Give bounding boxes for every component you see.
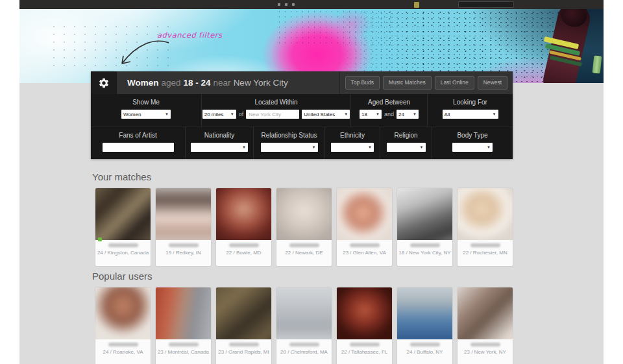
top-nav-bar [19,0,604,9]
profile-photo [216,188,271,240]
sort-newest-button[interactable]: Newest [478,76,507,90]
matches-heading: Your matches [92,171,151,182]
profile-card[interactable]: 24 / Kingston, Canada [95,188,151,266]
popular-heading: Popular users [92,271,153,282]
body-type-section: Body Type ▼ [432,127,513,159]
settings-button[interactable] [91,71,117,94]
aged-between-section: Aged Between 18 ▼ and 24 ▼ [350,94,427,127]
profile-photo [216,287,271,339]
profile-card[interactable]: 22 / Rochester, MN [458,188,513,266]
blurred-username [350,243,380,247]
religion-select[interactable]: ▼ [387,143,426,152]
sort-last-online-button[interactable]: Last Online [435,76,474,90]
nav-app-icon[interactable] [414,2,419,8]
looking-for-section: Looking For All ▼ [427,94,513,127]
filter-summary: Women aged 18 - 24 near New York City [117,71,339,94]
profile-caption: 24 / Kingston, Canada [95,250,151,256]
profile-card[interactable]: 22 / Tallahassee, FL [337,287,392,364]
fans-of-artist-input[interactable] [103,143,174,152]
profile-photo [156,188,211,240]
ethnicity-select[interactable]: ▼ [331,143,374,152]
profile-caption: 24 / Roanoke, VA [95,349,151,355]
profile-caption: 24 / Buffalo, NY [397,349,452,355]
profile-caption: 23 / Glen Allen, VA [337,250,392,256]
blurred-username [169,343,199,346]
dropdown-arrow-icon: ▼ [344,112,348,116]
blurred-username [470,343,500,346]
age-min-select[interactable]: 18 ▼ [360,110,382,119]
nationality-section: Nationality ▼ [185,127,253,159]
country-select[interactable]: United States ▼ [302,110,350,119]
relationship-status-select[interactable]: ▼ [261,143,318,152]
dropdown-arrow-icon: ▼ [487,145,491,149]
dropdown-arrow-icon: ▼ [493,112,496,116]
profile-card[interactable]: 24 / Buffalo, NY [397,287,452,364]
profile-photo [337,287,392,339]
filter-row-basic: Show Me Women ▼ Located Within 20 miles … [91,94,513,127]
fans-of-artist-section: Fans of Artist [91,127,185,159]
city-input[interactable] [246,110,299,119]
show-me-select[interactable]: Women ▼ [121,110,171,119]
nav-search-box[interactable] [458,1,514,8]
profile-photo [458,287,513,339]
dropdown-arrow-icon: ▼ [368,145,372,149]
profile-card[interactable]: 20 / Chelmsford, MA [276,287,332,364]
filter-panel: Women aged 18 - 24 near New York City To… [91,71,513,159]
religion-section: Religion ▼ [380,127,432,159]
dropdown-arrow-icon: ▼ [230,112,234,116]
profile-photo [95,188,151,240]
blurred-username [108,243,138,247]
summary-location: New York City [234,78,288,88]
profile-caption: 22 / Rochester, MN [458,250,513,256]
profile-caption: 22 / Bowie, MD [216,250,271,256]
filter-row-advanced: Fans of Artist Nationality ▼ Relationshi… [91,127,513,159]
sort-button-group: Top Buds Music Matches Last Online Newes… [339,71,513,94]
dropdown-arrow-icon: ▼ [242,145,246,149]
show-me-section: Show Me Women ▼ [91,94,201,127]
profile-photo [156,287,211,339]
profile-card[interactable]: 19 / Redkey, IN [156,188,211,266]
profile-card[interactable]: 22 / Bowie, MD [216,188,271,266]
dropdown-arrow-icon: ▼ [165,112,169,116]
distance-select[interactable]: 20 miles ▼ [202,110,236,119]
profile-card[interactable]: 23 / Montréal, Canada [156,287,211,364]
overflow-menu-icon[interactable] [278,3,295,6]
blurred-username [289,243,319,247]
looking-for-select[interactable]: All ▼ [443,110,498,119]
annotation-arrow-icon [99,29,173,73]
age-max-select[interactable]: 24 ▼ [397,110,419,119]
nationality-select[interactable]: ▼ [191,143,248,152]
page: advanced filters Women aged 18 - 24 near… [0,0,623,364]
filter-panel-body: Show Me Women ▼ Located Within 20 miles … [91,94,513,159]
profile-photo [397,287,452,339]
matches-cards-row: 24 / Kingston, Canada 19 / Redkey, IN 22… [95,188,513,266]
blurred-username [470,243,500,247]
blurred-username [410,343,440,346]
online-indicator [98,237,102,241]
profile-card[interactable]: 23 / Grand Rapids, MI [216,287,271,364]
profile-caption: 22 / Tallahassee, FL [337,349,392,355]
sort-top-buds-button[interactable]: Top Buds [345,76,380,90]
dropdown-arrow-icon: ▼ [413,112,417,116]
blurred-username [169,243,199,247]
profile-card[interactable]: 18 / New York City, NY [397,188,452,266]
blurred-username [108,343,138,346]
profile-card[interactable]: 23 / Glen Allen, VA [337,188,392,266]
sort-music-matches-button[interactable]: Music Matches [383,76,432,90]
profile-photo [337,188,392,240]
profile-caption: 19 / Redkey, IN [156,250,211,256]
ethnicity-section: Ethnicity ▼ [324,127,380,159]
blurred-username [229,243,259,247]
dropdown-arrow-icon: ▼ [376,112,380,116]
profile-photo [276,188,332,240]
profile-caption: 20 / Chelmsford, MA [276,349,332,355]
profile-card[interactable]: 24 / Roanoke, VA [95,287,151,364]
profile-card[interactable]: 22 / Newark, DE [276,188,332,266]
dropdown-arrow-icon: ▼ [420,145,424,149]
located-within-section: Located Within 20 miles ▼ of United Stat… [201,94,350,127]
body-type-select[interactable]: ▼ [452,143,493,152]
summary-age-range: 18 - 24 [184,78,211,88]
profile-card[interactable]: 23 / New York, NY [458,287,513,364]
blurred-username [289,343,319,346]
dropdown-arrow-icon: ▼ [312,145,316,149]
